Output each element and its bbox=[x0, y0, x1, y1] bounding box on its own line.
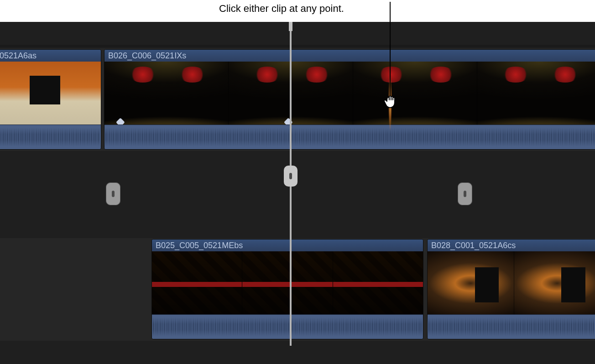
waveform-graphic bbox=[105, 128, 595, 146]
audio-waveform[interactable] bbox=[0, 125, 101, 149]
waveform-graphic bbox=[153, 317, 422, 336]
thumbnail bbox=[353, 62, 477, 125]
clip-title: B028_C001_0521A6cs bbox=[428, 239, 595, 251]
thumbnail bbox=[104, 62, 228, 125]
clip-thumbnails bbox=[152, 251, 423, 315]
annotation-area: Click either clip at any point. bbox=[0, 0, 595, 22]
sync-handle[interactable] bbox=[106, 182, 120, 205]
clip-thumbnails bbox=[0, 62, 101, 125]
keyframe-lane[interactable] bbox=[104, 121, 595, 125]
thumbnail bbox=[228, 62, 352, 125]
timeline-ruler[interactable] bbox=[0, 45, 595, 47]
clip-thumbnails bbox=[104, 62, 595, 125]
timeline[interactable]: _0521A6as B026_C006_0521IXs bbox=[0, 22, 595, 364]
hand-cursor-icon bbox=[381, 91, 401, 111]
thumbnail bbox=[477, 62, 595, 125]
clip-title: _0521A6as bbox=[0, 50, 101, 62]
audio-waveform[interactable] bbox=[104, 125, 595, 149]
video-track-upper[interactable]: _0521A6as B026_C006_0521IXs bbox=[0, 48, 595, 151]
annotation-text: Click either clip at any point. bbox=[219, 3, 344, 15]
clip-upper-2[interactable]: B026_C006_0521IXs bbox=[104, 49, 595, 150]
sync-handle[interactable] bbox=[458, 182, 472, 205]
playhead-knob[interactable] bbox=[284, 166, 298, 187]
keyframe-lane[interactable] bbox=[0, 121, 101, 125]
thumbnail bbox=[333, 251, 423, 315]
audio-waveform[interactable] bbox=[428, 314, 595, 339]
thumbnail bbox=[428, 251, 514, 315]
clip-lower-1[interactable]: B025_C005_0521MEbs bbox=[151, 239, 423, 339]
audio-waveform[interactable] bbox=[152, 314, 423, 339]
waveform-graphic bbox=[0, 128, 100, 146]
thumbnail bbox=[0, 62, 101, 125]
clip-lower-2[interactable]: B028_C001_0521A6cs bbox=[427, 239, 595, 339]
thumbnail bbox=[152, 251, 242, 315]
clip-thumbnails bbox=[428, 251, 595, 315]
clip-title: B025_C005_0521MEbs bbox=[152, 239, 423, 251]
waveform-graphic bbox=[428, 317, 595, 336]
video-track-lower[interactable]: B025_C005_0521MEbs B028_C001_0521A6cs bbox=[0, 238, 595, 341]
thumbnail bbox=[514, 251, 595, 315]
clip-upper-1[interactable]: _0521A6as bbox=[0, 49, 101, 150]
annotation-leader-line bbox=[390, 2, 391, 101]
clip-title: B026_C006_0521IXs bbox=[104, 50, 595, 62]
thumbnail bbox=[242, 251, 332, 315]
